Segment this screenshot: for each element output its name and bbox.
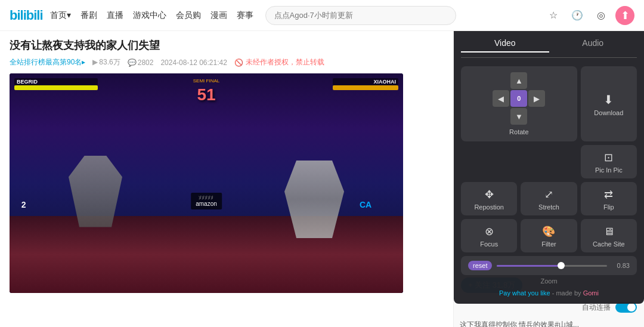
hud-left: BEGRID [14, 78, 98, 90]
arrow-down[interactable]: ▼ [510, 108, 527, 125]
rotate-value[interactable]: 0 [510, 90, 527, 107]
player2-name: XIAOHAI [333, 78, 398, 85]
filter-icon: 🎨 [542, 225, 555, 238]
zoom-fill [497, 265, 563, 267]
nav-bar: 首页▾ 番剧 直播 游戏中心 会员购 漫画 赛事 [50, 10, 253, 21]
rotate-control: ▲ ◀ 0 ▶ ▼ Rotate [461, 66, 577, 141]
player1-indicator: 2 [21, 200, 26, 209]
rank-badge[interactable]: 全站排行榜最高第90名▸ [10, 57, 85, 67]
stretch-icon: ⤢ [544, 188, 553, 201]
arrow-empty-br [528, 108, 545, 125]
download-label: Download [594, 109, 623, 116]
zoom-label: Zoom [461, 277, 637, 285]
filter-label: Filter [541, 240, 556, 248]
health-bar [14, 85, 98, 90]
reposition-icon: ✥ [485, 188, 494, 201]
health-bar-left [14, 85, 98, 90]
view-count: ▶83.6万 [92, 57, 120, 67]
arrow-left[interactable]: ◀ [493, 90, 509, 107]
semi-final-text: SEMI FINAL [193, 78, 219, 84]
empty-spacer [461, 145, 517, 178]
filter-button[interactable]: 🎨 Filter [521, 219, 577, 252]
stretch-label: Stretch [538, 203, 559, 211]
arrow-empty-bl [493, 108, 509, 125]
header: bilibili 首页▾ 番剧 直播 游戏中心 会员购 漫画 赛事 ☆ 🕐 ◎ … [0, 0, 644, 31]
focus-button[interactable]: ⊗ Focus [461, 219, 517, 252]
video-area: 没有让熬夜支持我的家人们失望 全站排行榜最高第90名▸ ▶83.6万 💬2802… [0, 31, 453, 327]
download-button[interactable]: ⬇ Download [581, 66, 637, 141]
reposition-label: Repostion [474, 203, 504, 211]
nav-live[interactable]: 直播 [107, 10, 123, 21]
video-title: 没有让熬夜支持我的家人们失望 [10, 38, 444, 53]
made-text: - made by [552, 289, 583, 297]
tab-audio[interactable]: Audio [549, 38, 637, 53]
star-icon[interactable]: ☆ [544, 6, 563, 25]
cache-label: Cache Site [593, 240, 625, 248]
tab-video[interactable]: Video [461, 38, 549, 53]
game-hud: BEGRID 51 SEMI FINAL XIAOHAI [10, 78, 403, 90]
popup-footer: Pay what you like - made by Gomi [461, 289, 637, 297]
focus-icon: ⊗ [485, 225, 494, 238]
search-input[interactable] [265, 6, 456, 25]
player2-indicator: CA [360, 200, 371, 209]
stretch-button[interactable]: ⤢ Stretch [521, 182, 577, 215]
zoom-slider[interactable] [497, 265, 607, 267]
pic-in-pic-label: Pic In Pic [595, 166, 623, 174]
author-link[interactable]: Gomi [583, 289, 599, 297]
nav-member[interactable]: 会员购 [176, 10, 201, 21]
pic-in-pic-button[interactable]: ⊡ Pic In Pic [581, 145, 637, 178]
game-scene: BEGRID 51 SEMI FINAL XIAOHAI [10, 73, 403, 293]
reposition-button[interactable]: ✥ Repostion [461, 182, 517, 215]
arrow-up[interactable]: ▲ [510, 72, 527, 89]
health-bar-right [333, 85, 398, 90]
video-tools-panel: Video Audio ▲ ◀ 0 ▶ ▼ [454, 31, 644, 304]
main-layout: 没有让熬夜支持我的家人们失望 全站排行榜最高第90名▸ ▶83.6万 💬2802… [0, 31, 644, 327]
header-icons: ☆ 🕐 ◎ ⬆ [544, 6, 634, 25]
popup-tabs: Video Audio [461, 38, 637, 58]
cache-site-button[interactable]: 🖥 Cache Site [581, 219, 637, 252]
hud-right: XIAOHAI [333, 78, 398, 90]
zoom-value: 0.83 [612, 262, 630, 269]
clock-icon[interactable]: 🕐 [568, 6, 587, 25]
empty-spacer2 [521, 145, 577, 178]
pay-link[interactable]: Pay what you like [499, 289, 550, 297]
pic-in-pic-icon: ⊡ [604, 151, 613, 164]
zoom-control: reset 0.83 [461, 256, 637, 275]
focus-label: Focus [480, 240, 498, 248]
nav-manga[interactable]: 漫画 [210, 10, 227, 21]
video-meta: 全站排行榜最高第90名▸ ▶83.6万 💬2802 2024-08-12 06:… [10, 57, 444, 67]
score-display: 51 [197, 85, 215, 104]
nav-game[interactable]: 游戏中心 [133, 10, 166, 21]
zoom-reset-button[interactable]: reset [468, 261, 492, 270]
nav-home[interactable]: 首页▾ [50, 10, 71, 21]
character-right [284, 161, 344, 238]
zoom-handle[interactable] [558, 262, 565, 269]
rotate-label: Rotate [509, 128, 528, 135]
nav-drama[interactable]: 番剧 [80, 10, 97, 21]
player1-name: BEGRID [14, 78, 98, 85]
flip-button[interactable]: ⇄ Flip [581, 182, 637, 215]
sidebar: Video Audio ▲ ◀ 0 ▶ ▼ [453, 31, 644, 327]
notify-text: 这下我真得控制你 情兵的效果#山城... [454, 316, 644, 327]
upload-button[interactable]: ⬆ [615, 6, 634, 25]
bilibili-logo[interactable]: bilibili [10, 8, 43, 23]
location-icon[interactable]: ◎ [592, 6, 611, 25]
auto-connect-label: 自动连播 [582, 303, 611, 313]
arrow-empty-tl [493, 72, 509, 89]
arrow-right[interactable]: ▶ [528, 90, 545, 107]
comment-count: 💬2802 [128, 58, 154, 67]
flip-label: Flip [603, 203, 614, 211]
flip-icon: ⇄ [604, 188, 613, 201]
copyright-warning: 🚫 未经作者授权，禁止转载 [234, 57, 324, 67]
video-placeholder: BEGRID 51 SEMI FINAL XIAOHAI [10, 73, 403, 293]
rotate-arrows: ▲ ◀ 0 ▶ ▼ [493, 72, 545, 125]
arrow-empty-tr [528, 72, 545, 89]
download-icon: ⬇ [603, 92, 614, 107]
video-player[interactable]: BEGRID 51 SEMI FINAL XIAOHAI [10, 73, 403, 293]
health-bar-r [333, 85, 398, 90]
cache-icon: 🖥 [603, 226, 614, 238]
nav-event[interactable]: 赛事 [237, 10, 253, 21]
game-floor [10, 216, 403, 293]
upload-date: 2024-08-12 06:21:42 [160, 58, 227, 67]
amazon-watermark: ﻻﻻﻻﻻﻻ amazon [191, 193, 222, 209]
